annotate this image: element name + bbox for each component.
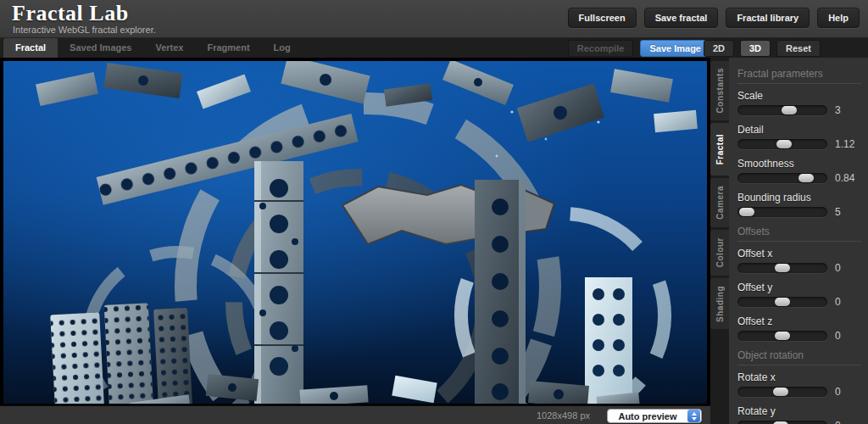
- sidebar-tab-shading[interactable]: Shading: [710, 278, 729, 329]
- detail-slider-handle[interactable]: [776, 140, 792, 148]
- rotate-x-value: 0: [835, 386, 841, 398]
- tab-fragment[interactable]: Fragment: [195, 38, 261, 58]
- tab-vertex[interactable]: Vertex: [143, 38, 195, 58]
- slider-smoothness: Smoothness 0.84: [737, 158, 868, 184]
- canvas-status-bar: 1028x498 px Auto preview: [0, 405, 710, 424]
- offset-y-slider[interactable]: [737, 297, 827, 307]
- offset-y-value: 0: [835, 296, 841, 308]
- rotate-y-slider[interactable]: [737, 421, 827, 424]
- bounding-radius-slider[interactable]: [737, 207, 827, 217]
- tab-bar: Fractal Saved Images Vertex Fragment Log…: [0, 38, 868, 58]
- slider-rotate-x: Rotate x 0: [737, 371, 868, 398]
- reset-button[interactable]: Reset: [776, 40, 821, 57]
- mode-controls: 2D 3D Reset: [704, 40, 821, 57]
- compile-controls: Recompile Save Image: [568, 40, 710, 57]
- scale-value: 3: [835, 104, 841, 116]
- sidebar-tab-colour[interactable]: Colour: [710, 230, 729, 276]
- help-button[interactable]: Help: [817, 8, 860, 28]
- rotate-x-slider[interactable]: [737, 387, 827, 397]
- fractal-canvas[interactable]: [0, 58, 710, 405]
- preview-mode-select[interactable]: Auto preview: [607, 409, 702, 423]
- slider-offset-y: Offset y 0: [737, 282, 868, 308]
- slider-scale: Scale 3: [737, 90, 868, 116]
- offset-z-value: 0: [835, 330, 841, 342]
- detail-slider[interactable]: [737, 139, 827, 149]
- smoothness-slider-handle[interactable]: [798, 174, 814, 182]
- scale-slider[interactable]: [737, 105, 827, 115]
- rotate-x-slider-handle[interactable]: [773, 388, 788, 396]
- fractal-render: [3, 61, 707, 404]
- smoothness-slider[interactable]: [737, 173, 827, 183]
- sidebar-tab-constants[interactable]: Constants: [710, 61, 729, 120]
- mode-2d-button[interactable]: 2D: [704, 40, 734, 57]
- fractal-parameters-panel: Fractal parameters Scale 3 Detail 1.12 S…: [729, 58, 868, 424]
- app-title: Fractal Lab: [12, 1, 129, 26]
- fractal-lab-app: Fractal Lab Interactive WebGL fractal ex…: [0, 0, 868, 424]
- smoothness-value: 0.84: [835, 172, 854, 184]
- header-buttons: Fullscreen Save fractal Fractal library …: [568, 8, 860, 28]
- slider-detail: Detail 1.12: [737, 124, 868, 150]
- section-title-object-rotation: Object rotation: [737, 349, 861, 365]
- app-subtitle: Interactive WebGL fractal explorer.: [13, 25, 156, 35]
- offset-z-slider[interactable]: [737, 331, 827, 341]
- slider-offset-z: Offset z 0: [737, 315, 868, 342]
- detail-value: 1.12: [835, 138, 854, 150]
- mode-3d-button[interactable]: 3D: [740, 40, 771, 57]
- section-title-offsets: Offsets: [737, 226, 861, 242]
- offset-x-slider-handle[interactable]: [775, 264, 790, 272]
- slider-bounding-radius: Bounding radius 5: [737, 192, 868, 218]
- sidebar-tab-strip: Constants Fractal Camera Colour Shading: [710, 58, 729, 424]
- recompile-button[interactable]: Recompile: [568, 40, 634, 57]
- offset-x-value: 0: [835, 262, 841, 274]
- offset-z-slider-handle[interactable]: [775, 332, 790, 340]
- header: Fractal Lab Interactive WebGL fractal ex…: [0, 0, 868, 38]
- section-title-fractal-parameters: Fractal parameters: [737, 68, 861, 84]
- save-image-button[interactable]: Save Image: [640, 40, 710, 57]
- slider-rotate-y: Rotate y 0: [737, 405, 868, 424]
- resolution-label: 1028x498 px: [537, 406, 590, 424]
- rotate-y-value: 0: [835, 420, 841, 424]
- select-stepper-icon: [687, 410, 700, 422]
- bounding-radius-slider-handle[interactable]: [739, 208, 754, 216]
- scale-slider-handle[interactable]: [782, 106, 797, 114]
- tab-log[interactable]: Log: [262, 38, 303, 58]
- bounding-radius-value: 5: [835, 206, 841, 218]
- save-fractal-button[interactable]: Save fractal: [644, 8, 719, 28]
- fullscreen-button[interactable]: Fullscreen: [568, 8, 637, 28]
- fractal-library-button[interactable]: Fractal library: [726, 8, 810, 28]
- offset-x-slider[interactable]: [737, 263, 827, 273]
- sidebar-tab-fractal[interactable]: Fractal: [710, 123, 729, 176]
- preview-mode-value: Auto preview: [608, 411, 687, 421]
- tab-saved-images[interactable]: Saved Images: [58, 38, 143, 58]
- tab-fractal[interactable]: Fractal: [3, 38, 58, 58]
- offset-y-slider-handle[interactable]: [775, 298, 790, 306]
- slider-offset-x: Offset x 0: [737, 248, 868, 274]
- sidebar-tab-camera[interactable]: Camera: [710, 178, 729, 227]
